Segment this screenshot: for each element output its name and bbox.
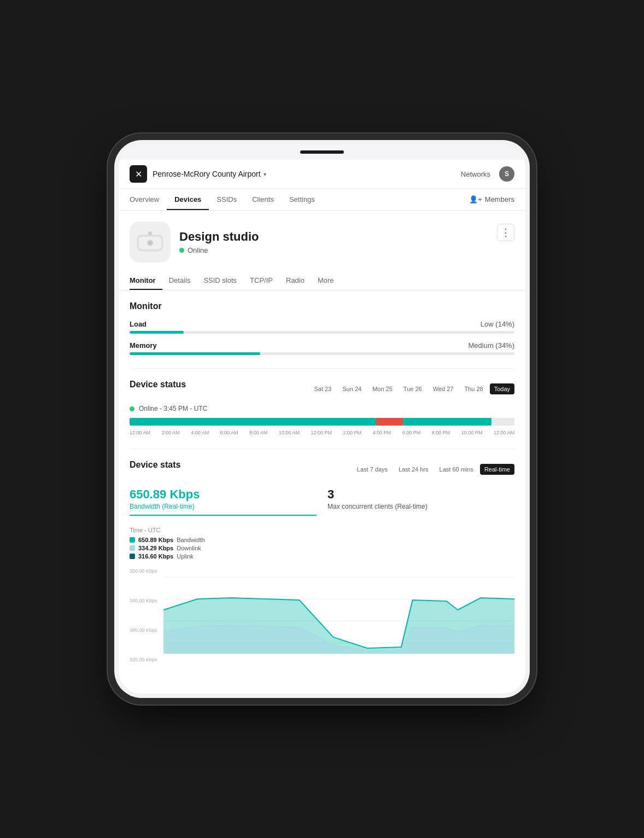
metric-header-memory: Memory Medium (34%) bbox=[130, 341, 514, 350]
legend-kbps-downlink: 334.29 Kbps bbox=[138, 545, 173, 551]
device-status-header: Device status Sat 23 Sun 24 Mon 25 Tue 2… bbox=[130, 380, 514, 398]
time-tab-realtime[interactable]: Real-time bbox=[480, 464, 514, 475]
top-nav: ✕ Penrose-McRory County Airport ▾ Networ… bbox=[119, 160, 525, 189]
progress-bar-load bbox=[130, 331, 514, 334]
legend-kbps-bandwidth: 650.89 Kbps bbox=[138, 537, 173, 543]
online-dot-icon bbox=[179, 248, 184, 253]
status-timeline bbox=[130, 418, 514, 426]
bandwidth-value: 650.89 Kbps bbox=[130, 487, 317, 502]
online-badge: Online bbox=[179, 246, 259, 254]
device-status-title: Device status bbox=[130, 380, 186, 389]
legend-item-bandwidth: 650.89 Kbps Bandwidth bbox=[130, 537, 514, 543]
time-label-4: 8:00 AM bbox=[249, 430, 267, 435]
progress-fill-load bbox=[130, 331, 184, 334]
device-icon bbox=[130, 222, 171, 263]
nav-tab-settings[interactable]: Settings bbox=[282, 189, 323, 210]
router-svg bbox=[135, 227, 165, 257]
legend-dot-uplink bbox=[130, 554, 135, 559]
app-logo: ✕ bbox=[130, 165, 147, 183]
date-tab-wed27[interactable]: Wed 27 bbox=[429, 383, 458, 394]
time-label-10: 8:00 PM bbox=[432, 430, 450, 435]
nav-tab-clients[interactable]: Clients bbox=[244, 189, 282, 210]
metric-row-memory: Memory Medium (34%) bbox=[130, 341, 514, 355]
chart-y-label-2: 340.00 Kbps bbox=[130, 598, 157, 603]
tab-details[interactable]: Details bbox=[162, 271, 197, 290]
bandwidth-chart bbox=[130, 566, 514, 665]
online-status-text: Online - 3:45 PM - UTC bbox=[139, 405, 207, 412]
device-stats-title: Device stats bbox=[130, 460, 180, 470]
top-nav-right: Networks S bbox=[461, 166, 514, 182]
device-stats-header: Device stats Last 7 days Last 24 hrs Las… bbox=[130, 460, 514, 479]
chart-container: 300.00 Kbps 340.00 Kbps 380.00 Kbps 320.… bbox=[130, 566, 514, 665]
date-tab-thu28[interactable]: Thu 28 bbox=[460, 383, 487, 394]
dropdown-arrow-icon[interactable]: ▾ bbox=[264, 171, 266, 177]
time-label-8: 4:00 PM bbox=[373, 430, 391, 435]
device-tabs: Monitor Details SSID slots TCP/IP Radio … bbox=[119, 271, 525, 290]
time-label-7: 2:00 PM bbox=[343, 430, 362, 435]
chart-y-label-3: 380.00 Kbps bbox=[130, 627, 157, 633]
metric-label-load: Load bbox=[130, 320, 147, 328]
time-label-11: 10:00 PM bbox=[461, 430, 483, 435]
metric-header-load: Load Low (14%) bbox=[130, 320, 514, 328]
time-label-1: 2:00 AM bbox=[162, 430, 180, 435]
bandwidth-label: Bandwidth (Real-time) bbox=[130, 503, 317, 510]
nav-tab-overview[interactable]: Overview bbox=[130, 189, 167, 210]
time-label-0: 12:00 AM bbox=[130, 430, 150, 435]
tab-more[interactable]: More bbox=[311, 271, 341, 290]
networks-link[interactable]: Networks bbox=[461, 170, 490, 178]
monitor-title: Monitor bbox=[130, 301, 514, 311]
status-dot-icon bbox=[130, 406, 134, 411]
date-tab-sat23[interactable]: Sat 23 bbox=[309, 383, 336, 394]
time-tab-24hrs[interactable]: Last 24 hrs bbox=[394, 464, 432, 475]
avatar[interactable]: S bbox=[499, 166, 514, 182]
date-tab-today[interactable]: Today bbox=[490, 383, 514, 394]
time-label-12: 12:00 AM bbox=[494, 430, 514, 435]
progress-fill-memory bbox=[130, 352, 260, 355]
date-tab-sun24[interactable]: Sun 24 bbox=[338, 383, 366, 394]
date-tab-mon25[interactable]: Mon 25 bbox=[368, 383, 397, 394]
legend-item-downlink: 334.29 Kbps Downlink bbox=[130, 545, 514, 551]
org-name: Penrose-McRory County Airport bbox=[153, 170, 261, 178]
timeline-green-2 bbox=[403, 418, 491, 426]
timeline-labels: 12:00 AM 2:00 AM 4:00 AM 6:00 AM 8:00 AM… bbox=[130, 430, 514, 435]
online-status-row: Online - 3:45 PM - UTC bbox=[130, 405, 514, 412]
members-button[interactable]: 👤+ Members bbox=[469, 195, 514, 203]
bandwidth-divider bbox=[130, 515, 317, 516]
legend-item-uplink: 316.60 Kbps Uplink bbox=[130, 553, 514, 560]
tablet-frame: ✕ Penrose-McRory County Airport ▾ Networ… bbox=[114, 140, 530, 698]
second-nav: Overview Devices SSIDs Clients Settings … bbox=[119, 189, 525, 211]
legend: Time - UTC 650.89 Kbps Bandwidth 334.29 … bbox=[130, 527, 514, 560]
svg-rect-4 bbox=[148, 231, 152, 235]
nav-tab-devices[interactable]: Devices bbox=[167, 189, 209, 210]
metric-value-memory: Medium (34%) bbox=[468, 341, 514, 350]
more-options-button[interactable]: ⋮ bbox=[497, 224, 514, 241]
device-status-section: Device status Sat 23 Sun 24 Mon 25 Tue 2… bbox=[130, 368, 514, 435]
nav-tab-ssids[interactable]: SSIDs bbox=[209, 189, 244, 210]
tab-ssid-slots[interactable]: SSID slots bbox=[197, 271, 243, 290]
metric-label-memory: Memory bbox=[130, 341, 157, 350]
date-tabs: Sat 23 Sun 24 Mon 25 Tue 26 Wed 27 Thu 2… bbox=[309, 383, 514, 394]
clients-label: Max concurrent clients (Real-time) bbox=[327, 503, 514, 510]
device-info: Design studio Online bbox=[179, 230, 259, 254]
tab-radio[interactable]: Radio bbox=[279, 271, 311, 290]
device-name: Design studio bbox=[179, 230, 259, 244]
legend-name-downlink: Downlink bbox=[177, 545, 201, 551]
time-label-6: 12:00 PM bbox=[311, 430, 332, 435]
app-content: ✕ Penrose-McRory County Airport ▾ Networ… bbox=[119, 160, 525, 694]
time-tab-7days[interactable]: Last 7 days bbox=[353, 464, 392, 475]
status-bar-notch bbox=[300, 150, 344, 154]
tablet-screen: ✕ Penrose-McRory County Airport ▾ Networ… bbox=[119, 144, 525, 694]
tab-tcp-ip[interactable]: TCP/IP bbox=[243, 271, 279, 290]
logo-icon: ✕ bbox=[135, 169, 142, 179]
device-stats-section: Device stats Last 7 days Last 24 hrs Las… bbox=[130, 449, 514, 665]
tab-monitor[interactable]: Monitor bbox=[130, 271, 162, 290]
date-tab-tue26[interactable]: Tue 26 bbox=[399, 383, 426, 394]
main-content: Monitor Load Low (14%) bbox=[119, 290, 525, 694]
time-tab-60mins[interactable]: Last 60 mins bbox=[435, 464, 478, 475]
legend-dot-downlink bbox=[130, 545, 135, 551]
time-label-9: 6:00 PM bbox=[402, 430, 421, 435]
monitor-section: Monitor Load Low (14%) bbox=[130, 301, 514, 355]
status-bar bbox=[119, 144, 525, 160]
stat-bandwidth: 650.89 Kbps Bandwidth (Real-time) bbox=[130, 487, 317, 516]
chart-y-labels: 300.00 Kbps 340.00 Kbps 380.00 Kbps 320.… bbox=[130, 566, 157, 665]
